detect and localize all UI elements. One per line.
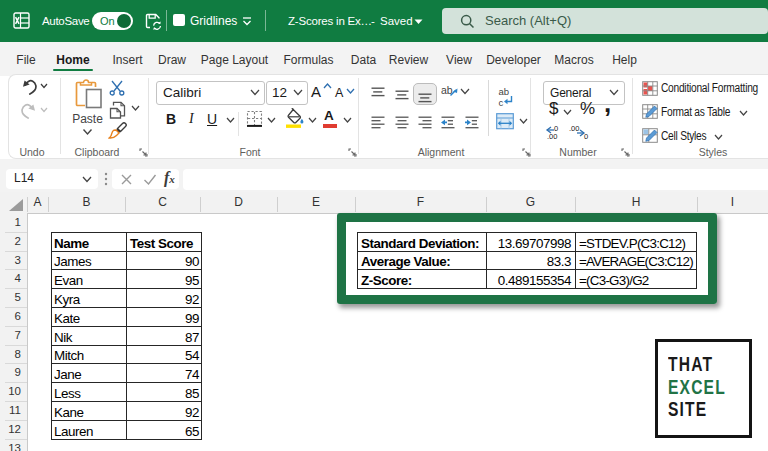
svg-text:c: c xyxy=(499,97,504,108)
svg-text:ab: ab xyxy=(499,86,510,97)
svg-text:0: 0 xyxy=(584,132,588,140)
svg-text:.00: .00 xyxy=(569,124,579,133)
svg-text:.00: .00 xyxy=(547,132,557,140)
